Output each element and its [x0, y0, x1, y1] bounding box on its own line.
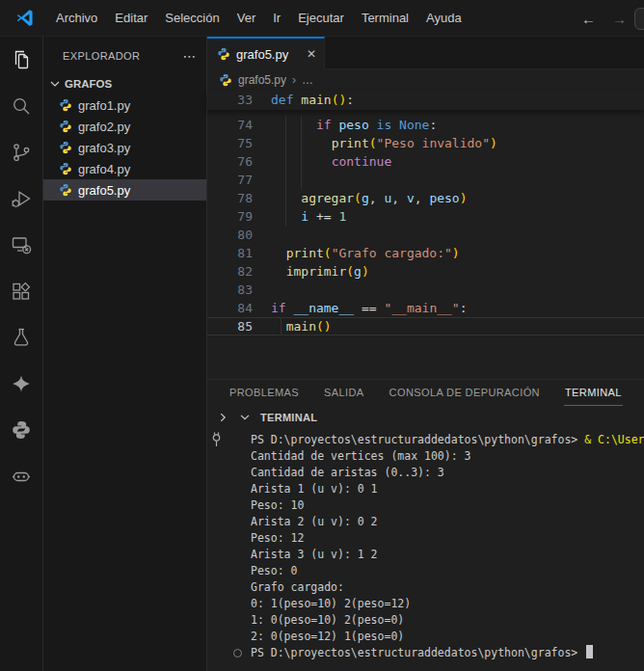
code-line-82[interactable]: 82 imprimir(g): [207, 262, 644, 281]
forward-arrow-icon[interactable]: →: [612, 11, 627, 27]
code-line-83[interactable]: 83: [207, 281, 644, 299]
code-token: [391, 118, 399, 132]
code-text: if peso is None:: [271, 116, 437, 134]
activity-item-testing[interactable]: [0, 314, 42, 361]
code-token: g: [354, 264, 362, 279]
code-line-75[interactable]: 75 print("Peso invalido"): [207, 134, 644, 152]
code-line-79[interactable]: 79 i += 1: [207, 207, 644, 226]
python-file-icon: [217, 47, 230, 61]
file-name: grafo5.py: [78, 183, 130, 198]
activity-item-copilot-chat[interactable]: [0, 453, 42, 499]
folder-section-grafos[interactable]: GRAFOS: [43, 73, 206, 94]
activity-item-run-debug[interactable]: [0, 175, 42, 222]
tab-grafo5[interactable]: grafo5.py ✕: [207, 37, 325, 69]
breadcrumb-symbol[interactable]: …: [302, 73, 313, 87]
line-number: 33: [207, 91, 253, 110]
code-line-80[interactable]: 80: [207, 226, 644, 244]
code-text: print("Peso invalido"): [271, 134, 497, 152]
file-grafo2.py[interactable]: grafo2.py: [43, 116, 206, 137]
command-center-partial[interactable]: [634, 8, 644, 30]
close-icon[interactable]: ✕: [307, 47, 316, 61]
back-arrow-icon[interactable]: ←: [581, 11, 596, 27]
code-token: [309, 209, 316, 224]
code-token: "Peso invalido": [377, 136, 490, 150]
code-token: continue: [332, 154, 392, 169]
file-grafo4.py[interactable]: grafo4.py: [43, 158, 206, 179]
code-text: print("Grafo cargado:"): [271, 244, 460, 262]
panel-tab-consola-de-depuración[interactable]: CONSOLA DE DEPURACIÓN: [389, 380, 541, 406]
remote-explorer-icon: [10, 233, 33, 256]
activity-item-explorer[interactable]: [0, 37, 42, 83]
code-area[interactable]: 74 if peso is None:75 print("Peso invali…: [207, 110, 644, 385]
chevron-right-icon[interactable]: [216, 411, 229, 424]
activity-bar: [0, 37, 43, 671]
activity-item-remote-explorer[interactable]: [0, 222, 42, 268]
code-token: [354, 301, 362, 315]
activity-item-source-control[interactable]: [0, 129, 42, 175]
terminal-text: Grafo cargado:: [251, 580, 344, 594]
vscode-window: ArchivoEditarSelecciónVerIrEjecutarTermi…: [0, 0, 644, 671]
terminal-text: Peso: 10: [251, 498, 304, 512]
copilot-chat-icon: [10, 465, 33, 488]
terminal-line: Arista 1 (u v): 0 1: [251, 481, 644, 497]
terminal-output[interactable]: PS D:\proyectos\estructuraddedatos\pytho…: [207, 429, 644, 671]
file-grafo5.py[interactable]: grafo5.py: [43, 179, 206, 201]
terminal-text: PS D:\proyectos\estructuraddedatos\pytho…: [251, 646, 584, 659]
panel-tab-problemas[interactable]: PROBLEMAS: [228, 380, 300, 406]
panel-tab-salida[interactable]: SALIDA: [323, 380, 365, 406]
menu-ver[interactable]: Ver: [228, 0, 265, 36]
code-line-78[interactable]: 78 agregar(g, u, v, peso): [207, 189, 644, 207]
file-name: grafo2.py: [78, 120, 130, 134]
terminal-line: Peso: 12: [251, 530, 644, 547]
command-decoration-icon: [233, 649, 242, 658]
terminal-line: Cantidad de aristas (0..3): 3: [251, 465, 644, 481]
panel-tab-terminal[interactable]: TERMINAL: [564, 380, 623, 406]
terminal-line: Grafo cargado:: [251, 579, 644, 596]
activity-item-python[interactable]: [0, 407, 42, 453]
line-number: 83: [207, 281, 253, 299]
code-token: v: [407, 191, 415, 205]
code-line-74[interactable]: 74 if peso is None:: [207, 116, 644, 134]
activity-item-extensions[interactable]: [0, 268, 42, 314]
file-grafo3.py[interactable]: grafo3.py: [43, 137, 206, 158]
testing-icon: [10, 326, 33, 349]
python-file-icon: [59, 183, 72, 197]
menu-ir[interactable]: Ir: [264, 0, 289, 36]
sticky-scroll-line[interactable]: 33 def main():: [207, 91, 644, 110]
terminal-text: Cantidad de aristas (0..3): 3: [251, 466, 444, 479]
python-file-icon: [59, 162, 72, 175]
code-line-84[interactable]: 84if __name__ == "__main__":: [207, 299, 644, 317]
code-token: ==: [362, 301, 377, 315]
code-line-76[interactable]: 76 continue: [207, 152, 644, 171]
menu-editar[interactable]: Editar: [106, 0, 156, 36]
activity-item-copilot-sparkle[interactable]: [0, 361, 42, 407]
file-grafo1.py[interactable]: grafo1.py: [43, 94, 206, 116]
chevron-down-icon[interactable]: [238, 411, 252, 424]
menu-ayuda[interactable]: Ayuda: [417, 0, 470, 36]
terminal-line: PS D:\proyectos\estructuraddedatos\pytho…: [251, 432, 644, 448]
more-actions-icon[interactable]: ⋯: [183, 48, 197, 64]
menu-selección[interactable]: Selección: [156, 0, 228, 36]
code-token: [369, 118, 377, 132]
menu-terminal[interactable]: Terminal: [353, 0, 417, 36]
code-token: :: [429, 118, 437, 132]
code-text: if __name__ == "__main__":: [271, 299, 468, 317]
activity-item-search[interactable]: [0, 83, 42, 129]
python-file-icon: [59, 141, 72, 154]
menu-ejecutar[interactable]: Ejecutar: [289, 0, 353, 36]
terminal-text: Arista 3 (u v): 1 2: [251, 548, 378, 561]
code-line-81[interactable]: 81 print("Grafo cargado:"): [207, 244, 644, 262]
terminal-text: & C:\User: [584, 433, 644, 446]
menu-archivo[interactable]: Archivo: [47, 0, 106, 36]
code-token: ): [452, 246, 460, 260]
explorer-title: EXPLORADOR: [63, 50, 140, 62]
terminal-text: Peso: 12: [251, 531, 304, 545]
code-text: imprimir(g): [271, 262, 369, 281]
code-token: :: [460, 301, 468, 315]
python-file-icon: [59, 98, 72, 112]
breadcrumb-file[interactable]: grafo5.py: [238, 73, 286, 87]
line-number: 77: [207, 171, 253, 189]
code-line-77[interactable]: 77: [207, 171, 644, 189]
code-line-85[interactable]: 85 main(): [207, 317, 644, 336]
line-number: 81: [207, 244, 253, 262]
